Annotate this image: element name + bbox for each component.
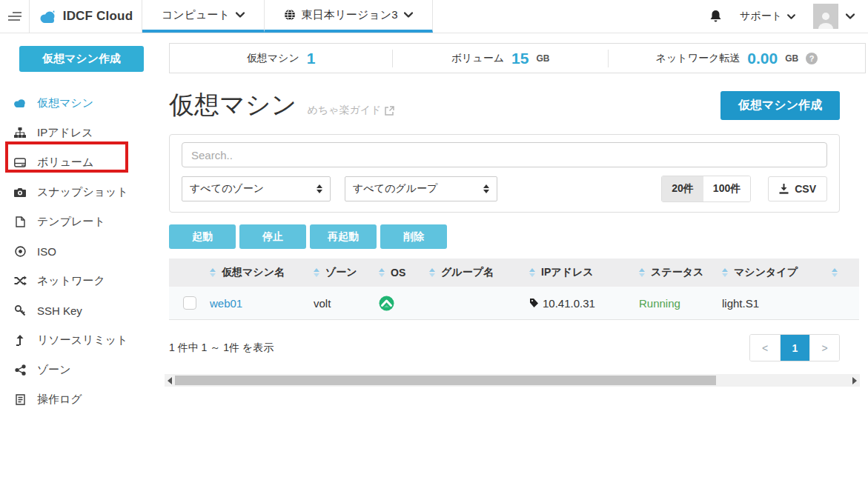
sidebar-item-ssh-key[interactable]: SSH Key: [0, 296, 163, 325]
create-vm-button[interactable]: 仮想マシン作成: [720, 91, 840, 120]
tab-compute-label: コンピュート: [162, 8, 230, 22]
stat-volume: ボリューム 15 GB: [392, 50, 608, 67]
column-header-group[interactable]: グループ名: [429, 266, 529, 279]
tab-region[interactable]: 東日本リージョン3: [265, 0, 433, 33]
column-header-zone[interactable]: ゾーン: [314, 266, 379, 279]
support-menu[interactable]: サポート: [740, 10, 795, 23]
start-button[interactable]: 起動: [169, 224, 236, 249]
user-menu[interactable]: [813, 4, 855, 29]
column-header-clipped[interactable]: [832, 268, 859, 277]
sidebar-item-operation-log[interactable]: 操作ログ: [0, 384, 163, 414]
globe-icon: [284, 9, 296, 21]
sidebar-item-label: ISO: [37, 245, 56, 258]
zone-value: volt: [314, 297, 331, 310]
notification-bell-icon[interactable]: [709, 10, 722, 23]
pagination-summary: 1 件中 1 ～ 1件 を表示: [169, 341, 274, 355]
group-select-value: すべてのグループ: [353, 182, 483, 196]
sidebar-menu: 仮想マシン IPアドレス ボリューム スナップショット: [0, 88, 163, 414]
column-header-status[interactable]: ステータス: [639, 266, 722, 279]
status-badge: Running: [639, 297, 680, 310]
scroll-right-arrow-icon[interactable]: [852, 377, 857, 384]
page-1-button[interactable]: 1: [780, 335, 809, 361]
sort-icon[interactable]: [639, 268, 645, 277]
scrollbar-thumb[interactable]: [175, 376, 716, 385]
column-header-machine-type[interactable]: マシンタイプ: [722, 266, 832, 279]
chevron-down-icon: [404, 12, 413, 18]
sidebar-item-zone[interactable]: ゾーン: [0, 355, 163, 384]
machine-type-value: light.S1: [722, 297, 759, 310]
file-text-icon: [13, 394, 27, 405]
page-size-100-button[interactable]: 100件: [703, 176, 750, 201]
sidebar-item-label: リソースリミット: [37, 333, 127, 347]
column-label: ゾーン: [325, 266, 357, 279]
stat-value: 1: [307, 50, 316, 67]
sidebar-item-label: 操作ログ: [37, 393, 82, 407]
volume-icon: [13, 158, 27, 167]
sidebar-item-label: ネットワーク: [37, 274, 105, 288]
sidebar-item-label: スナップショット: [37, 185, 128, 199]
avatar: [813, 4, 838, 29]
vm-table: 仮想マシン名 ゾーン OS グループ名 IPアドレス ステータス マシンタイプ …: [169, 259, 859, 320]
column-header-os[interactable]: OS: [379, 267, 429, 279]
sidebar-item-resource-limit[interactable]: リソースリミット: [0, 325, 163, 355]
column-header-name[interactable]: 仮想マシン名: [210, 266, 314, 279]
cloud-icon: [13, 99, 27, 107]
download-icon: [779, 184, 789, 194]
sort-icon[interactable]: [379, 268, 385, 277]
sidebar-item-ip-address[interactable]: IPアドレス: [0, 118, 163, 147]
sidebar-item-label: IPアドレス: [37, 126, 93, 140]
create-vm-button-sidebar[interactable]: 仮想マシン作成: [19, 46, 144, 72]
brand-logo[interactable]: IDCF Cloud: [30, 0, 142, 33]
delete-button[interactable]: 削除: [380, 224, 447, 249]
topbar: IDCF Cloud コンピュート 東日本リージョン3 サポート: [0, 0, 868, 33]
sort-icon[interactable]: [314, 268, 319, 277]
guide-link[interactable]: めちゃ楽ガイド: [307, 104, 394, 117]
sort-icon[interactable]: [529, 268, 535, 277]
sidebar: 仮想マシン作成 仮想マシン IPアドレス ボリューム: [0, 33, 163, 480]
horizontal-scrollbar[interactable]: [165, 374, 860, 387]
stat-virtual-machines: 仮想マシン 1: [170, 50, 392, 67]
page-size-toggle: 20件 100件: [661, 176, 751, 202]
guide-link-label: めちゃ楽ガイド: [307, 104, 381, 117]
next-page-button[interactable]: >: [809, 335, 839, 361]
hamburger-menu-icon[interactable]: [0, 0, 30, 33]
sort-icon[interactable]: [429, 268, 435, 277]
scroll-left-arrow-icon[interactable]: [168, 377, 172, 384]
zone-select[interactable]: すべてのゾーン: [182, 176, 331, 201]
arrow-up-icon: [13, 335, 27, 346]
column-label: ステータス: [651, 266, 703, 279]
tag-icon: [529, 298, 539, 308]
stat-value: 15: [511, 50, 529, 67]
prev-page-button[interactable]: <: [750, 335, 780, 361]
sort-icon[interactable]: [722, 268, 728, 277]
sidebar-item-snapshot[interactable]: スナップショット: [0, 177, 163, 207]
stat-label: ボリューム: [451, 52, 504, 65]
sidebar-item-template[interactable]: テンプレート: [0, 207, 163, 236]
chevron-down-icon: [236, 12, 245, 18]
tab-compute[interactable]: コンピュート: [142, 0, 265, 33]
stat-unit: GB: [536, 53, 549, 64]
page-size-20-button[interactable]: 20件: [662, 176, 703, 201]
sidebar-item-label: SSH Key: [37, 304, 82, 317]
column-header-ip[interactable]: IPアドレス: [529, 266, 639, 279]
row-checkbox[interactable]: [183, 296, 196, 310]
stat-label: ネットワーク転送: [656, 52, 741, 65]
group-select[interactable]: すべてのグループ: [345, 176, 497, 201]
sidebar-item-label: 仮想マシン: [37, 96, 93, 110]
sidebar-item-volume[interactable]: ボリューム: [0, 147, 163, 177]
table-row[interactable]: web01 volt 10.41.0.31 Running light.S1 2: [169, 287, 859, 320]
sort-icon[interactable]: [210, 268, 216, 277]
restart-button[interactable]: 再起動: [310, 224, 377, 249]
sort-icon[interactable]: [832, 268, 838, 277]
stop-button[interactable]: 停止: [239, 224, 306, 249]
vm-name-link[interactable]: web01: [210, 297, 242, 310]
csv-export-button[interactable]: CSV: [768, 176, 827, 201]
sidebar-item-virtual-machine[interactable]: 仮想マシン: [0, 88, 163, 118]
vm-action-toolbar: 起動 停止 再起動 削除: [169, 224, 867, 249]
brand-name: IDCF Cloud: [63, 9, 133, 24]
sidebar-item-iso[interactable]: ISO: [0, 236, 163, 266]
csv-button-label: CSV: [795, 183, 816, 195]
sidebar-item-network[interactable]: ネットワーク: [0, 266, 163, 296]
search-input[interactable]: [182, 142, 827, 167]
help-icon[interactable]: ?: [806, 53, 818, 64]
